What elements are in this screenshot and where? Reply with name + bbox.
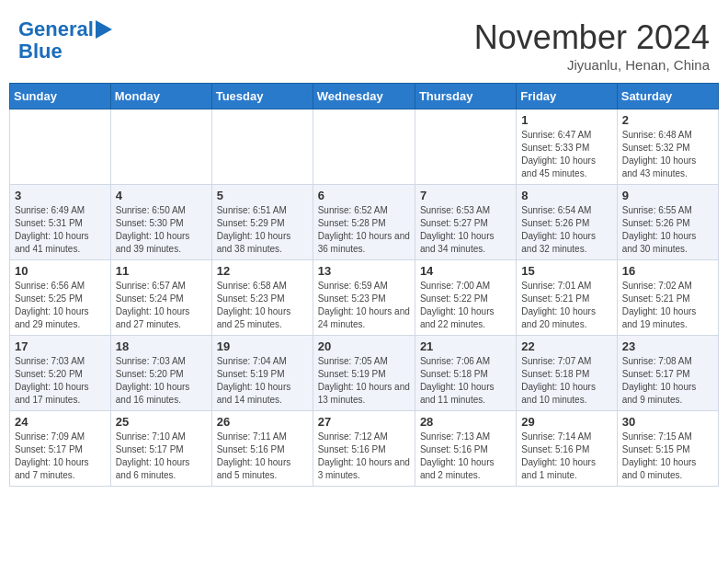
day-number: 9 [622, 189, 713, 202]
day-number: 26 [217, 415, 308, 429]
day-number: 29 [521, 415, 611, 429]
calendar-week-row: 10Sunrise: 6:56 AM Sunset: 5:25 PM Dayli… [10, 260, 719, 336]
day-number: 21 [420, 339, 511, 353]
day-number: 14 [420, 264, 511, 278]
calendar-cell: 13Sunrise: 6:59 AM Sunset: 5:23 PM Dayli… [313, 260, 415, 336]
day-info: Sunrise: 7:13 AM Sunset: 5:16 PM Dayligh… [420, 431, 511, 482]
logo-general: General [18, 17, 94, 40]
calendar-cell: 26Sunrise: 7:11 AM Sunset: 5:16 PM Dayli… [211, 411, 313, 487]
calendar-cell: 22Sunrise: 7:07 AM Sunset: 5:18 PM Dayli… [517, 336, 617, 411]
weekday-header: Wednesday [313, 84, 415, 109]
day-info: Sunrise: 7:06 AM Sunset: 5:18 PM Dayligh… [420, 355, 511, 407]
day-info: Sunrise: 7:12 AM Sunset: 5:16 PM Dayligh… [318, 431, 410, 482]
calendar-cell [415, 109, 516, 185]
day-info: Sunrise: 6:47 AM Sunset: 5:33 PM Dayligh… [521, 129, 611, 180]
calendar-cell: 20Sunrise: 7:05 AM Sunset: 5:19 PM Dayli… [313, 336, 415, 411]
day-number: 1 [521, 113, 611, 127]
calendar-week-row: 1Sunrise: 6:47 AM Sunset: 5:33 PM Daylig… [10, 109, 719, 185]
calendar-cell: 29Sunrise: 7:14 AM Sunset: 5:16 PM Dayli… [517, 411, 617, 487]
calendar-week-row: 17Sunrise: 7:03 AM Sunset: 5:20 PM Dayli… [10, 336, 719, 411]
day-number: 4 [116, 189, 207, 202]
calendar-cell: 24Sunrise: 7:09 AM Sunset: 5:17 PM Dayli… [10, 411, 111, 487]
logo-text: General [18, 18, 94, 40]
day-number: 11 [116, 264, 207, 278]
calendar-cell: 16Sunrise: 7:02 AM Sunset: 5:21 PM Dayli… [617, 260, 718, 336]
calendar-cell: 8Sunrise: 6:54 AM Sunset: 5:26 PM Daylig… [517, 185, 617, 260]
calendar-cell: 7Sunrise: 6:53 AM Sunset: 5:27 PM Daylig… [415, 185, 516, 260]
day-number: 12 [217, 264, 308, 278]
calendar-cell: 23Sunrise: 7:08 AM Sunset: 5:17 PM Dayli… [617, 336, 718, 411]
calendar-cell: 21Sunrise: 7:06 AM Sunset: 5:18 PM Dayli… [415, 336, 516, 411]
calendar-cell: 11Sunrise: 6:57 AM Sunset: 5:24 PM Dayli… [110, 260, 211, 336]
day-info: Sunrise: 7:10 AM Sunset: 5:17 PM Dayligh… [116, 431, 207, 482]
day-number: 13 [318, 264, 410, 278]
day-number: 3 [15, 189, 106, 202]
day-info: Sunrise: 7:07 AM Sunset: 5:18 PM Dayligh… [521, 355, 611, 407]
calendar-cell: 10Sunrise: 6:56 AM Sunset: 5:25 PM Dayli… [10, 260, 111, 336]
day-info: Sunrise: 6:54 AM Sunset: 5:26 PM Dayligh… [521, 204, 611, 256]
day-info: Sunrise: 7:00 AM Sunset: 5:22 PM Dayligh… [420, 280, 511, 331]
day-number: 7 [420, 189, 511, 202]
day-number: 28 [420, 415, 511, 429]
month-title: November 2024 [474, 18, 710, 57]
calendar-cell: 3Sunrise: 6:49 AM Sunset: 5:31 PM Daylig… [10, 185, 111, 260]
day-info: Sunrise: 7:08 AM Sunset: 5:17 PM Dayligh… [622, 355, 713, 407]
calendar-week-row: 3Sunrise: 6:49 AM Sunset: 5:31 PM Daylig… [10, 185, 719, 260]
calendar-cell: 28Sunrise: 7:13 AM Sunset: 5:16 PM Dayli… [415, 411, 516, 487]
day-info: Sunrise: 7:05 AM Sunset: 5:19 PM Dayligh… [318, 355, 410, 407]
day-number: 30 [622, 415, 713, 429]
calendar-cell: 2Sunrise: 6:48 AM Sunset: 5:32 PM Daylig… [617, 109, 718, 185]
weekday-header: Thursday [415, 84, 516, 109]
calendar-cell: 4Sunrise: 6:50 AM Sunset: 5:30 PM Daylig… [110, 185, 211, 260]
day-info: Sunrise: 7:01 AM Sunset: 5:21 PM Dayligh… [521, 280, 611, 331]
day-info: Sunrise: 6:57 AM Sunset: 5:24 PM Dayligh… [116, 280, 207, 331]
calendar-cell: 14Sunrise: 7:00 AM Sunset: 5:22 PM Dayli… [415, 260, 516, 336]
calendar-week-row: 24Sunrise: 7:09 AM Sunset: 5:17 PM Dayli… [10, 411, 719, 487]
day-info: Sunrise: 6:53 AM Sunset: 5:27 PM Dayligh… [420, 204, 511, 256]
day-number: 16 [622, 264, 713, 278]
day-number: 23 [622, 339, 713, 353]
day-number: 8 [521, 189, 611, 202]
calendar-cell: 25Sunrise: 7:10 AM Sunset: 5:17 PM Dayli… [110, 411, 211, 487]
calendar-cell: 17Sunrise: 7:03 AM Sunset: 5:20 PM Dayli… [10, 336, 111, 411]
day-number: 5 [217, 189, 308, 202]
day-number: 10 [15, 264, 106, 278]
day-info: Sunrise: 6:49 AM Sunset: 5:31 PM Dayligh… [15, 204, 106, 256]
day-info: Sunrise: 7:04 AM Sunset: 5:19 PM Dayligh… [217, 355, 308, 407]
day-info: Sunrise: 7:15 AM Sunset: 5:15 PM Dayligh… [622, 431, 713, 482]
calendar-cell: 18Sunrise: 7:03 AM Sunset: 5:20 PM Dayli… [110, 336, 211, 411]
calendar-cell [110, 109, 211, 185]
logo: General Blue [18, 18, 112, 63]
calendar-header-row: SundayMondayTuesdayWednesdayThursdayFrid… [10, 84, 719, 109]
day-info: Sunrise: 7:11 AM Sunset: 5:16 PM Dayligh… [217, 431, 308, 482]
day-info: Sunrise: 6:55 AM Sunset: 5:26 PM Dayligh… [622, 204, 713, 256]
day-info: Sunrise: 7:02 AM Sunset: 5:21 PM Dayligh… [622, 280, 713, 331]
day-info: Sunrise: 6:50 AM Sunset: 5:30 PM Dayligh… [116, 204, 207, 256]
calendar-cell [211, 109, 313, 185]
calendar-cell: 15Sunrise: 7:01 AM Sunset: 5:21 PM Dayli… [517, 260, 617, 336]
day-number: 27 [318, 415, 410, 429]
calendar-cell [10, 109, 111, 185]
logo-blue: Blue [18, 40, 63, 63]
day-info: Sunrise: 7:03 AM Sunset: 5:20 PM Dayligh… [116, 355, 207, 407]
page-header: General Blue November 2024 Jiyuanlu, Hen… [9, 9, 719, 77]
day-number: 19 [217, 339, 308, 353]
day-number: 17 [15, 339, 106, 353]
day-number: 6 [318, 189, 410, 202]
weekday-header: Sunday [10, 84, 111, 109]
calendar-cell: 19Sunrise: 7:04 AM Sunset: 5:19 PM Dayli… [211, 336, 313, 411]
calendar-cell: 27Sunrise: 7:12 AM Sunset: 5:16 PM Dayli… [313, 411, 415, 487]
calendar-table: SundayMondayTuesdayWednesdayThursdayFrid… [9, 83, 719, 487]
location: Jiyuanlu, Henan, China [474, 57, 710, 73]
day-info: Sunrise: 6:56 AM Sunset: 5:25 PM Dayligh… [15, 280, 106, 331]
logo-arrow-icon [96, 20, 112, 39]
day-info: Sunrise: 6:59 AM Sunset: 5:23 PM Dayligh… [318, 280, 410, 331]
day-info: Sunrise: 7:03 AM Sunset: 5:20 PM Dayligh… [15, 355, 106, 407]
calendar-cell: 1Sunrise: 6:47 AM Sunset: 5:33 PM Daylig… [517, 109, 617, 185]
day-info: Sunrise: 6:52 AM Sunset: 5:28 PM Dayligh… [318, 204, 410, 256]
calendar-cell: 9Sunrise: 6:55 AM Sunset: 5:26 PM Daylig… [617, 185, 718, 260]
weekday-header: Tuesday [211, 84, 313, 109]
weekday-header: Friday [517, 84, 617, 109]
calendar-cell: 12Sunrise: 6:58 AM Sunset: 5:23 PM Dayli… [211, 260, 313, 336]
day-info: Sunrise: 6:58 AM Sunset: 5:23 PM Dayligh… [217, 280, 308, 331]
